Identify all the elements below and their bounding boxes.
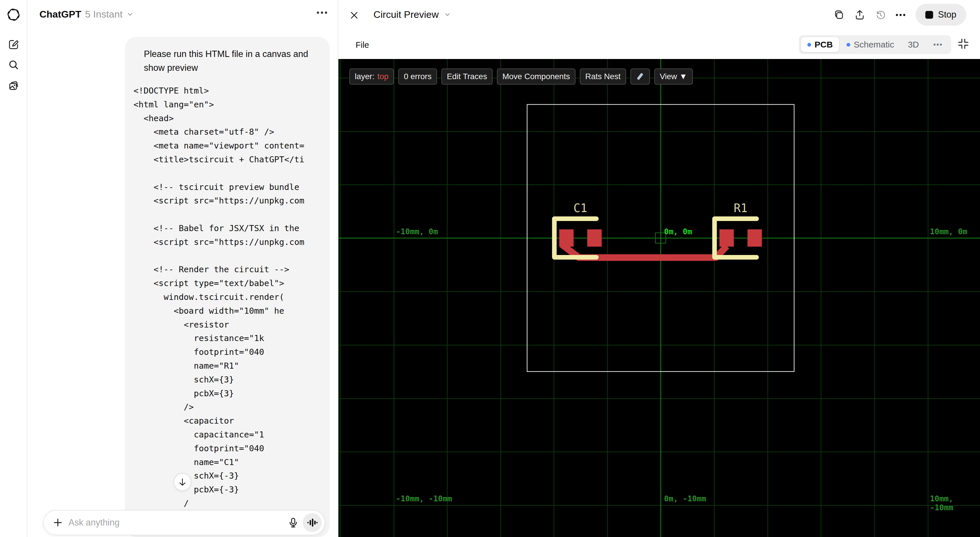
layer-prefix: layer:: [355, 72, 374, 81]
stop-button[interactable]: Stop: [916, 4, 966, 25]
grid-label-bottom-right: 10mm, -10mm: [930, 494, 980, 512]
share-icon: [854, 10, 865, 21]
pcb-component-c1[interactable]: C1: [554, 201, 602, 257]
sidebar-item-library[interactable]: [7, 79, 20, 92]
edit-traces-button[interactable]: Edit Traces: [441, 69, 493, 84]
tab-3d-label: 3D: [908, 40, 919, 49]
library-icon: [8, 80, 19, 92]
model-name: 5 Instant: [85, 9, 122, 20]
c1-pad1[interactable]: [559, 229, 574, 247]
tab-pcb-label: PCB: [815, 40, 833, 49]
plus-icon: [53, 518, 63, 527]
close-canvas-button[interactable]: [349, 10, 360, 21]
tab-pcb[interactable]: PCB: [801, 37, 839, 52]
copy-button[interactable]: [833, 9, 845, 21]
app-sidebar: [0, 0, 27, 537]
model-selector[interactable]: ChatGPT 5 Instant: [40, 9, 134, 20]
new-chat-icon: [8, 38, 19, 51]
tab-3d[interactable]: 3D: [902, 37, 925, 52]
share-button[interactable]: [854, 9, 865, 21]
copy-icon: [834, 10, 845, 21]
pcb-scene: C1 R1: [338, 59, 980, 537]
openai-logo[interactable]: [7, 8, 20, 21]
ellipsis-icon: [316, 10, 328, 15]
schematic-status-dot: [846, 43, 850, 46]
pencil-icon: [636, 72, 644, 81]
openai-logo-icon: [7, 8, 20, 21]
chat-header: ChatGPT 5 Instant: [28, 0, 338, 30]
tab-more[interactable]: [926, 37, 949, 52]
canvas-panel: Circuit Preview: [338, 0, 980, 537]
ellipsis-icon: [895, 13, 906, 17]
tab-schematic[interactable]: Schematic: [840, 37, 900, 52]
history-icon: [875, 10, 886, 21]
attach-button[interactable]: [51, 516, 64, 529]
history-button[interactable]: [875, 9, 886, 21]
user-message-bubble: Please run this HTML file in a canvas an…: [125, 37, 330, 537]
sidebar-item-new-chat[interactable]: [7, 38, 20, 51]
close-icon: [349, 10, 359, 20]
grid-label-mid-right: 10mm, 0m: [930, 227, 967, 236]
search-icon: [8, 59, 19, 71]
arrow-down-icon: [178, 477, 187, 487]
r1-label: R1: [734, 201, 748, 215]
pcb-status-dot: [807, 43, 811, 46]
file-menu[interactable]: File: [356, 40, 369, 50]
grid-label-origin: 0m, 0m: [664, 227, 692, 236]
grid-label-bottom-left: -10mm, -10mm: [396, 494, 452, 503]
view-dropdown-button[interactable]: View ▼: [654, 69, 693, 84]
move-components-button[interactable]: Move Components: [497, 69, 576, 84]
layer-button[interactable]: layer: top: [349, 69, 394, 84]
chat-input-bar: [43, 510, 325, 535]
pcb-toolbar: layer: top 0 errors Edit Traces Move Com…: [349, 69, 693, 84]
pcb-editor-canvas[interactable]: C1 R1 -10mm, 0m 0m, 0m 10mm, 0m -10mm, -…: [338, 59, 980, 537]
chevron-down-icon: [443, 11, 452, 19]
c1-label: C1: [573, 201, 587, 215]
sidebar-item-search[interactable]: [7, 59, 20, 72]
conversation-menu-button[interactable]: [316, 10, 328, 16]
canvas-subheader: File PCB Schematic 3D: [338, 30, 980, 59]
chat-input[interactable]: [64, 518, 285, 528]
errors-button[interactable]: 0 errors: [398, 69, 437, 84]
code-block: <!DOCTYPE html> <html lang="en"> <head> …: [134, 84, 330, 510]
voice-mode-button[interactable]: [303, 513, 322, 532]
dictate-button[interactable]: [285, 515, 301, 531]
canvas-header: Circuit Preview: [338, 0, 980, 30]
chat-column: ChatGPT 5 Instant Please run this HTML f…: [28, 0, 338, 537]
r1-pad1[interactable]: [719, 229, 734, 247]
microphone-icon: [288, 517, 299, 528]
layer-value: top: [377, 72, 388, 81]
collapse-icon: [957, 38, 969, 50]
stop-icon: [925, 11, 933, 19]
r1-pad2[interactable]: [748, 229, 762, 247]
canvas-title: Circuit Preview: [374, 9, 439, 20]
ellipsis-icon: [933, 43, 943, 46]
more-options-button[interactable]: [895, 9, 906, 21]
user-message-text: Please run this HTML file in a canvas an…: [144, 47, 321, 75]
grid-label-bottom-center: 0m, -10mm: [664, 494, 706, 503]
grid-label-mid-left: -10mm, 0m: [396, 227, 438, 236]
tab-schematic-label: Schematic: [854, 40, 894, 49]
collapse-canvas-button[interactable]: [956, 37, 970, 51]
chevron-down-icon: [126, 11, 134, 18]
c1-pad2[interactable]: [587, 229, 601, 247]
app-title: ChatGPT: [40, 9, 81, 20]
view-tabs: PCB Schematic 3D: [799, 35, 951, 54]
canvas-title-dropdown[interactable]: Circuit Preview: [374, 9, 452, 20]
scroll-to-bottom-button[interactable]: [173, 473, 191, 491]
stop-label: Stop: [938, 10, 956, 20]
edit-tool-button[interactable]: [630, 69, 650, 84]
rats-nest-button[interactable]: Rats Nest: [580, 69, 626, 84]
waveform-icon: [306, 517, 318, 528]
